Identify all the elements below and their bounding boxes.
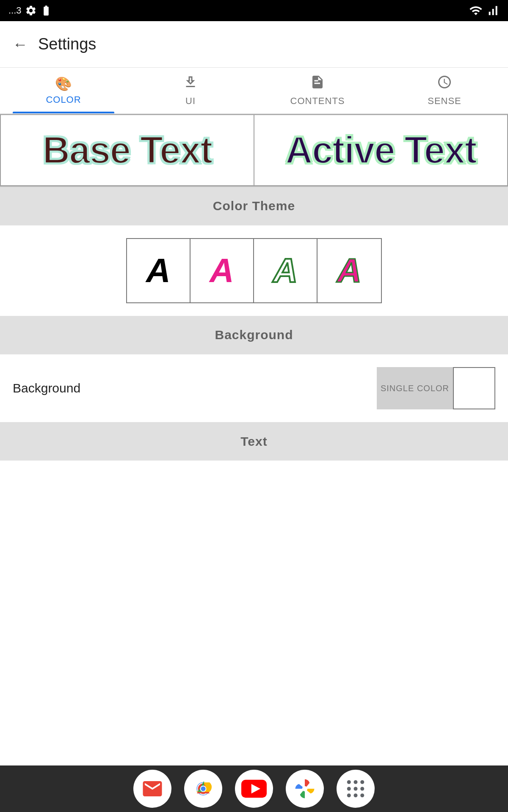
theme-black-letter: A (146, 251, 171, 290)
background-options: SINGLE COLOR (377, 367, 495, 409)
settings-icon (25, 5, 37, 16)
battery-icon (40, 5, 52, 16)
back-button[interactable]: ← (13, 36, 28, 53)
theme-option-pink-green[interactable]: A (318, 239, 381, 302)
theme-options-group: A A A A (126, 238, 382, 303)
download-box-icon (183, 74, 198, 93)
chrome-icon[interactable] (184, 770, 222, 808)
clock-icon (437, 74, 452, 93)
background-row-label: Background (13, 381, 80, 395)
status-bar-left: ...3 (8, 5, 52, 16)
background-section-header: Background (0, 316, 508, 354)
theme-pink-green-letter: A (337, 251, 362, 290)
svg-point-4 (201, 786, 205, 791)
color-theme-section-header: Color Theme (0, 187, 508, 225)
signal-icon (486, 4, 500, 17)
tab-color-label: COLOR (46, 94, 81, 105)
photos-icon[interactable] (286, 770, 324, 808)
status-bar-right (469, 4, 500, 17)
document-icon (310, 74, 325, 93)
status-time: ...3 (8, 5, 22, 16)
status-bar: ...3 (0, 0, 508, 21)
svg-point-16 (360, 793, 364, 797)
theme-pink-letter: A (210, 251, 234, 290)
svg-point-15 (354, 793, 358, 797)
svg-point-14 (347, 793, 351, 797)
theme-option-pink[interactable]: A (190, 239, 254, 302)
svg-point-12 (354, 787, 358, 791)
background-row: Background SINGLE COLOR (0, 354, 508, 422)
background-section-label: Background (215, 328, 293, 342)
wifi-icon (469, 4, 483, 17)
app-bar: ← Settings (0, 21, 508, 68)
bottom-spacer (0, 461, 508, 507)
tab-color[interactable]: 🎨 COLOR (0, 68, 127, 113)
text-section-label: Text (240, 434, 267, 449)
tab-contents-label: CONTENTS (290, 96, 345, 107)
tab-bar: 🎨 COLOR UI CONTENTS SENSE (0, 68, 508, 114)
tab-contents[interactable]: CONTENTS (254, 68, 381, 113)
tab-ui[interactable]: UI (127, 68, 254, 113)
youtube-icon[interactable] (235, 770, 273, 808)
preview-area: Base Text Active Text (0, 114, 508, 187)
gmail-icon[interactable] (133, 770, 171, 808)
active-text-label: Active Text (285, 129, 477, 172)
svg-point-8 (347, 780, 351, 784)
theme-green-letter: A (273, 251, 298, 290)
base-text-label: Base Text (42, 129, 212, 172)
page-title: Settings (38, 35, 96, 53)
theme-option-green-outline[interactable]: A (254, 239, 318, 302)
white-color-option[interactable] (453, 367, 495, 409)
color-theme-label: Color Theme (213, 199, 295, 213)
svg-point-9 (354, 780, 358, 784)
color-theme-selector: A A A A (0, 225, 508, 316)
apps-icon[interactable] (337, 770, 375, 808)
svg-point-7 (302, 786, 308, 792)
svg-point-10 (360, 780, 364, 784)
bottom-nav (0, 765, 508, 812)
tab-ui-label: UI (185, 96, 196, 107)
active-text-preview[interactable]: Active Text (254, 114, 508, 186)
palette-icon: 🎨 (55, 76, 72, 92)
svg-point-13 (360, 787, 364, 791)
tab-sense-label: SENSE (428, 96, 461, 107)
theme-option-black[interactable]: A (127, 239, 190, 302)
tab-sense[interactable]: SENSE (381, 68, 508, 113)
single-color-option[interactable]: SINGLE COLOR (377, 367, 453, 409)
single-color-label: SINGLE COLOR (381, 384, 449, 393)
base-text-preview[interactable]: Base Text (0, 114, 254, 186)
text-section-header: Text (0, 422, 508, 461)
svg-point-11 (347, 787, 351, 791)
